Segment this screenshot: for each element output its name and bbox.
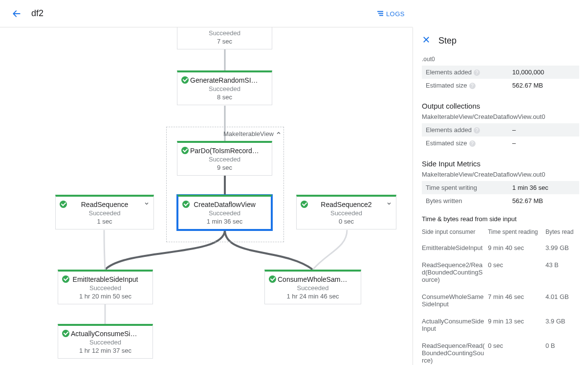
- logs-icon: [377, 11, 383, 16]
- node-status: Succeeded: [58, 339, 152, 346]
- help-icon[interactable]: ?: [469, 140, 476, 147]
- input-collection-table: Elements added?10,000,000Estimated size?…: [422, 66, 579, 92]
- metric-key: Time spent writing: [422, 181, 508, 194]
- graph-node[interactable]: . Succeeded 7 sec: [177, 27, 272, 49]
- side-input-name: MakeIterableView/CreateDataflowView.out0: [422, 171, 579, 178]
- help-icon[interactable]: ?: [474, 127, 480, 134]
- output-collection-table: Elements added?–Estimated size?–: [422, 123, 579, 150]
- node-status: Succeeded: [297, 209, 396, 217]
- graph-node-emititerable[interactable]: EmitIterableSideInput Succeeded 1 hr 20 …: [58, 270, 153, 304]
- cell-bytes: 0 B: [545, 337, 579, 365]
- node-time: 1 hr 24 min 46 sec: [265, 293, 361, 304]
- cell-consumer: EmitIterableSideInput: [422, 239, 488, 256]
- cell-consumer: ActuallyConsumeSideInput: [422, 313, 488, 337]
- graph-node-pardo[interactable]: ParDo(ToIsmRecordFor… Succeeded 9 sec: [177, 141, 272, 176]
- back-button[interactable]: [8, 5, 25, 23]
- main: . Succeeded 7 sec GenerateRandomSIData S…: [0, 27, 588, 365]
- node-time: 8 sec: [177, 93, 272, 105]
- col-bytes: Bytes read: [545, 227, 579, 239]
- node-title: ConsumeWholeSameSi…: [265, 272, 361, 283]
- metric-value: 1 min 36 sec: [508, 181, 579, 194]
- graph-node-gen[interactable]: GenerateRandomSIData Succeeded 8 sec: [177, 70, 272, 105]
- cell-time: 9 min 13 sec: [488, 313, 545, 337]
- node-time: 1 sec: [56, 218, 153, 229]
- graph-node-actuallyconsume[interactable]: ActuallyConsumeSideI… Succeeded 1 hr 12 …: [58, 324, 153, 359]
- node-time: 7 sec: [177, 38, 272, 49]
- metric-key: Elements added?: [422, 123, 508, 137]
- page-title: df2: [31, 8, 44, 19]
- check-icon: [269, 275, 276, 283]
- node-time: 0 sec: [297, 218, 396, 229]
- check-icon: [182, 201, 190, 208]
- chevron-up-icon[interactable]: [276, 130, 282, 137]
- col-consumer: Side input consumer: [422, 227, 488, 239]
- node-title: GenerateRandomSIData: [177, 72, 272, 84]
- cutoff-text: .out0: [422, 56, 579, 63]
- cell-bytes: 43 B: [545, 256, 579, 288]
- logs-button[interactable]: LOGS: [377, 10, 405, 17]
- output-collection-name: MakeIterableView/CreateDataflowView.out0: [422, 113, 579, 120]
- node-status: Succeeded: [177, 29, 272, 37]
- table-row: ActuallyConsumeSideInput9 min 13 sec3.9 …: [422, 313, 579, 337]
- table-row: ReadSequence/Read(BoundedCountingSource)…: [422, 337, 579, 365]
- node-title: ParDo(ToIsmRecordFor…: [177, 143, 272, 155]
- panel-title: Step: [438, 36, 457, 46]
- node-title: CreateDataflowView: [178, 197, 271, 208]
- side-input-kv-table: Time spent writing1 min 36 secBytes writ…: [422, 181, 579, 207]
- chevron-down-icon[interactable]: [386, 201, 392, 208]
- close-button[interactable]: [422, 35, 431, 46]
- graph-node-createdataflowview[interactable]: CreateDataflowView Succeeded 1 min 36 se…: [177, 195, 272, 230]
- help-icon[interactable]: ?: [474, 69, 480, 76]
- graph-node-consumewhole[interactable]: ConsumeWholeSameSi… Succeeded 1 hr 24 mi…: [264, 270, 361, 304]
- metric-value: 562.67 MB: [508, 194, 579, 207]
- group-label: MakeIterableView: [223, 130, 274, 137]
- cell-time: 0 sec: [488, 337, 545, 365]
- metric-key: Elements added?: [422, 66, 508, 79]
- check-icon: [60, 201, 67, 208]
- table-row: ReadSequence2/Read(BoundedCountingSource…: [422, 256, 579, 288]
- node-status: Succeeded: [177, 156, 272, 163]
- section-output-collections: Output collections: [422, 102, 579, 110]
- cell-time: 9 min 40 sec: [488, 239, 545, 256]
- metric-key: Estimated size?: [422, 79, 508, 92]
- metric-value: –: [508, 137, 579, 150]
- col-time: Time spent reading: [488, 227, 545, 239]
- check-icon: [301, 201, 308, 208]
- node-time: 1 min 36 sec: [178, 218, 271, 229]
- arrow-left-icon: [12, 9, 22, 19]
- graph-canvas[interactable]: . Succeeded 7 sec GenerateRandomSIData S…: [0, 27, 413, 365]
- cell-bytes: 3.9 GB: [545, 313, 579, 337]
- node-time: 1 hr 12 min 37 sec: [58, 347, 152, 358]
- node-time: 9 sec: [177, 164, 272, 175]
- graph-node-readsequence2[interactable]: ReadSequence2 Succeeded 0 sec: [296, 195, 396, 229]
- node-title: EmitIterableSideInput: [58, 272, 152, 283]
- node-status: Succeeded: [177, 85, 272, 92]
- node-title: ReadSequence2: [297, 197, 396, 208]
- side-input-read-heading: Time & bytes read from side input: [422, 215, 579, 223]
- cell-consumer: ConsumeWholeSameSideInput: [422, 288, 488, 313]
- step-details-panel: Step .out0 Elements added?10,000,000Esti…: [413, 27, 588, 365]
- metric-key: Estimated size?: [422, 137, 508, 150]
- panel-header: Step: [413, 27, 588, 55]
- node-title: ActuallyConsumeSideI…: [58, 326, 152, 338]
- check-icon: [62, 275, 69, 283]
- node-time: 1 hr 20 min 50 sec: [58, 293, 152, 304]
- node-status: Succeeded: [265, 284, 361, 292]
- graph-node-readsequence[interactable]: ReadSequence Succeeded 1 sec: [55, 195, 154, 229]
- cell-bytes: 4.01 GB: [545, 288, 579, 313]
- chevron-down-icon[interactable]: [144, 201, 150, 208]
- table-row: EmitIterableSideInput9 min 40 sec3.99 GB: [422, 239, 579, 256]
- cell-bytes: 3.99 GB: [545, 239, 579, 256]
- help-icon[interactable]: ?: [469, 83, 476, 89]
- cell-consumer: ReadSequence2/Read(BoundedCountingSource…: [422, 256, 488, 288]
- side-input-read-table: Side input consumer Time spent reading B…: [422, 227, 579, 365]
- node-status: Succeeded: [58, 284, 152, 292]
- metric-key: Bytes written: [422, 194, 508, 207]
- table-row: ConsumeWholeSameSideInput7 min 46 sec4.0…: [422, 288, 579, 313]
- metric-value: 562.67 MB: [508, 79, 579, 92]
- panel-body: .out0 Elements added?10,000,000Estimated…: [413, 56, 588, 365]
- node-status: Succeeded: [178, 209, 271, 217]
- check-icon: [181, 76, 189, 84]
- check-icon: [62, 330, 69, 337]
- close-icon: [422, 35, 431, 44]
